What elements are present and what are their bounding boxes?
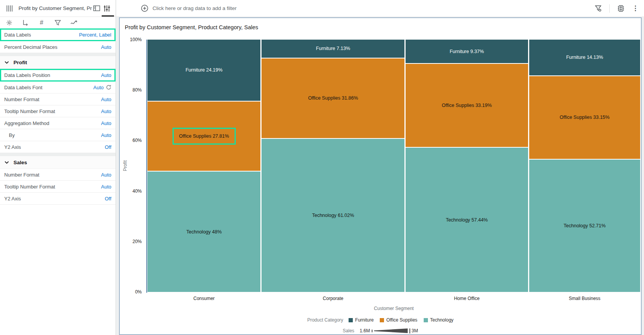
add-filter-target[interactable]: Click here or drag data to add a filter [141,5,594,12]
y-axis-line [146,40,147,293]
canvas-properties-icon[interactable] [617,4,625,13]
mekko-chart-icon [5,3,15,13]
segment-consumer-furniture[interactable]: Furniture 24.19% [148,40,260,101]
property-value-number-format[interactable]: Auto [101,97,111,102]
property-row-data-labels[interactable]: Data LabelsPercent, Label [0,28,116,41]
y-tick-60: 60% [132,138,142,143]
x-label-consumer: Consumer [148,296,260,301]
data-label: Office Supplies 31.86% [308,95,358,101]
segment-small-business-furniture[interactable]: Furniture 14.13% [529,40,640,75]
property-value-tooltip-number-format[interactable]: Auto [101,184,111,190]
data-label: Technology 48% [186,229,222,235]
property-row-y2-axis[interactable]: Y2 AxisOff [0,193,116,205]
property-value-number-format[interactable]: Auto [101,172,111,178]
property-row-tooltip-number-format[interactable]: Tooltip Number FormatAuto [0,105,116,117]
filter-bar: Click here or drag data to add a filter … [116,0,644,17]
mekko-column-corporate: Furniture 7.13%Office Supplies 31.86%Tec… [262,40,404,292]
segment-corporate-furniture[interactable]: Furniture 7.13% [262,40,404,58]
property-value-percent-decimal-places[interactable]: Auto [101,44,111,50]
property-row-number-format[interactable]: Number FormatAuto [0,169,116,181]
data-label: Office Supplies 27.81% [179,133,229,139]
property-row-y2-axis[interactable]: Y2 AxisOff [0,141,116,153]
analytics-icon[interactable] [70,19,78,27]
data-label: Office Supplies 33.15% [560,115,610,120]
segment-home-office-technology[interactable]: Technology 57.44% [406,147,528,292]
reset-font-icon[interactable] [106,85,111,90]
segment-consumer-office-supplies[interactable]: Office Supplies 27.81% [148,101,260,171]
scale-tick-min [372,330,372,332]
y-axis-ticks: 100%80%60%40%20%0% [120,40,144,292]
property-row-aggregation-method[interactable]: Aggregation MethodAuto [0,117,116,129]
section-title: Profit [13,60,27,65]
data-label: Furniture 7.13% [316,46,350,51]
property-row-by[interactable]: ByAuto [0,129,116,141]
grammar-panel-icon[interactable] [92,3,102,13]
segment-home-office-furniture[interactable]: Furniture 9.37% [406,40,528,63]
property-label-percent-decimal-places: Percent Decimal Places [4,44,57,50]
divider [609,4,610,13]
plus-circle-icon[interactable] [141,5,148,12]
filter-settings-icon[interactable] [594,4,602,13]
values-icon[interactable]: # [38,19,45,27]
property-label-aggregation-method: Aggregation Method [4,120,49,126]
kebab-menu-icon[interactable]: ⋮ [632,4,639,12]
segment-small-business-technology[interactable]: Technology 52.71% [529,159,640,292]
legend-item-technology[interactable]: Technology [424,317,454,323]
property-label-by: By [4,132,15,138]
data-label: Technology 52.71% [564,223,605,228]
mekko-column-consumer: Furniture 24.19%Office Supplies 27.81%Te… [148,40,260,292]
annotation-highlight-box: Office Supplies 27.81% [173,128,236,145]
property-value-aggregation-method[interactable]: Auto [101,120,111,126]
data-label: Furniture 24.19% [186,67,223,73]
sales-min: 1.6M [360,328,370,333]
chevron-down-icon[interactable] [5,61,9,64]
data-label: Office Supplies 33.19% [442,103,492,108]
property-row-data-labels-font[interactable]: Data Labels FontAuto [0,82,116,93]
property-row-percent-decimal-places[interactable]: Percent Decimal PlacesAuto [0,41,116,53]
segment-home-office-office-supplies[interactable]: Office Supplies 33.19% [406,63,528,147]
property-label-data-labels-font: Data Labels Font [4,85,42,90]
legend-item-office-supplies[interactable]: Office Supplies [380,317,418,323]
legend-item-furniture[interactable]: Furniture [349,317,374,323]
properties-toolbar: # [0,17,116,28]
sales-max: 3M [412,328,418,333]
property-row-data-labels-position[interactable]: Data Labels PositionAuto [0,69,116,82]
legend-label: Technology [430,317,454,323]
segment-corporate-technology[interactable]: Technology 61.02% [262,138,404,292]
properties-panel: Profit by Customer Segment, Pr... [0,0,116,335]
chart-title: Profit by Customer Segment, Product Cate… [125,24,258,30]
property-label-data-labels: Data Labels [4,32,31,38]
y-tick-80: 80% [132,87,142,93]
mekko-plot: Furniture 24.19%Office Supplies 27.81%Te… [148,40,640,292]
top-right-actions: ⋮ [594,4,639,13]
data-label: Technology 57.44% [446,217,488,223]
visualization-canvas[interactable]: Profit by Customer Segment, Product Cate… [119,17,642,335]
property-value-y2-axis[interactable]: Off [105,196,111,202]
general-settings-icon[interactable] [5,19,13,27]
segment-consumer-technology[interactable]: Technology 48% [148,171,260,292]
x-axis-title: Customer Segment [148,306,640,311]
axis-icon[interactable] [22,19,29,27]
property-value-by[interactable]: Auto [101,132,111,138]
property-row-tooltip-number-format[interactable]: Tooltip Number FormatAuto [0,181,116,193]
x-label-small-business: Small Business [529,296,640,301]
properties-panel-icon[interactable] [102,3,112,13]
legend-title: Product Category [307,317,343,323]
property-value-tooltip-number-format[interactable]: Auto [101,108,111,114]
section-header-sales[interactable]: Sales [0,156,116,169]
chevron-down-icon[interactable] [5,161,9,164]
y-tick-40: 40% [132,188,142,194]
property-value-data-labels-position[interactable]: Auto [101,72,111,78]
property-label-y2-axis: Y2 Axis [4,144,21,150]
mekko-column-small-business: Furniture 14.13%Office Supplies 33.15%Te… [529,40,640,292]
property-value-data-labels[interactable]: Percent, Label [79,32,111,38]
property-value-y2-axis[interactable]: Off [105,144,111,150]
segment-small-business-office-supplies[interactable]: Office Supplies 33.15% [529,75,640,159]
section-header-profit[interactable]: Profit [0,56,116,69]
data-label: Technology 61.02% [312,213,354,218]
filter-icon[interactable] [54,19,62,27]
property-row-number-format[interactable]: Number FormatAuto [0,93,116,105]
x-axis-labels: ConsumerCorporateHome OfficeSmall Busine… [148,296,640,301]
segment-corporate-office-supplies[interactable]: Office Supplies 31.86% [262,58,404,138]
property-value-data-labels-font[interactable]: Auto [93,85,111,90]
